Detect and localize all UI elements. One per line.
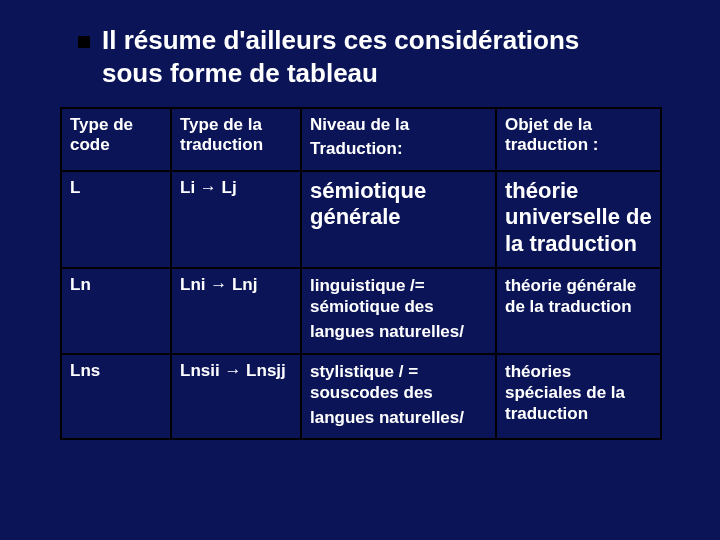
cell-niveau: linguistique /= sémiotique des langues n…	[301, 268, 496, 354]
header-objet: Objet de la traduction :	[496, 108, 661, 171]
cell-map: Lni → Lnj	[171, 268, 301, 354]
cell-objet: théorie universelle de la traduction	[496, 171, 661, 268]
cell-niveau: sémiotique générale	[301, 171, 496, 268]
table-header-row: Type de code Type de la traduction Nivea…	[61, 108, 661, 171]
table-row: L Li → Lj sémiotique générale théorie un…	[61, 171, 661, 268]
translation-table: Type de code Type de la traduction Nivea…	[60, 107, 662, 440]
cell-niveau-line2: langues naturelles/	[310, 321, 487, 342]
cell-map: Lnsii → Lnsjj	[171, 354, 301, 440]
cell-map: Li → Lj	[171, 171, 301, 268]
cell-code: Ln	[61, 268, 171, 354]
cell-niveau: stylistique / = souscodes des langues na…	[301, 354, 496, 440]
table-row: Ln Lni → Lnj linguistique /= sémiotique …	[61, 268, 661, 354]
cell-code: Lns	[61, 354, 171, 440]
header-niveau-line2: Traduction:	[310, 139, 487, 159]
cell-objet: théorie générale de la traduction	[496, 268, 661, 354]
header-niveau-line1: Niveau de la	[310, 115, 409, 134]
cell-niveau-line1: linguistique /= sémiotique des	[310, 276, 434, 316]
title-row: Il résume d'ailleurs ces considérations …	[78, 24, 660, 89]
header-type-traduction: Type de la traduction	[171, 108, 301, 171]
cell-niveau-line1: stylistique / = souscodes des	[310, 362, 433, 402]
header-type-code: Type de code	[61, 108, 171, 171]
slide-title: Il résume d'ailleurs ces considérations …	[102, 24, 622, 89]
table-row: Lns Lnsii → Lnsjj stylistique / = sousco…	[61, 354, 661, 440]
cell-objet: théories spéciales de la traduction	[496, 354, 661, 440]
bullet-icon	[78, 36, 90, 48]
slide: Il résume d'ailleurs ces considérations …	[0, 0, 720, 540]
header-niveau: Niveau de la Traduction:	[301, 108, 496, 171]
cell-niveau-line2: langues naturelles/	[310, 407, 487, 428]
cell-code: L	[61, 171, 171, 268]
